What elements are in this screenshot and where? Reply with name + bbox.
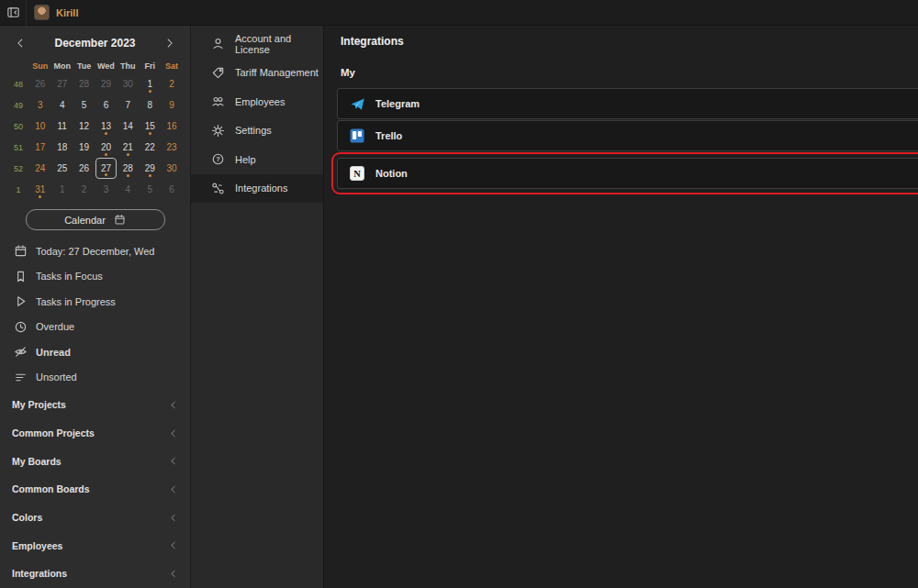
calendar-day-cell[interactable]: 30 (117, 73, 139, 94)
sidebar-quick-item[interactable]: Tasks in Progress (0, 289, 190, 315)
sidebar-quick-item[interactable]: Today: 27 December, Wed (0, 239, 190, 264)
sidebar-quick-item[interactable]: Tasks in Focus (0, 264, 190, 290)
calendar-day-cell[interactable]: 24 (29, 158, 51, 179)
calendar-day-cell[interactable]: 2 (161, 73, 183, 94)
calendar-day-cell[interactable]: 28 (73, 73, 95, 94)
sidebar-section[interactable]: My Boards (0, 447, 190, 475)
calendar-day-cell[interactable]: 49 (7, 94, 29, 116)
calendar-day-cell[interactable]: 3 (29, 94, 51, 116)
calendar-day-cell[interactable]: 1 (7, 179, 29, 200)
sidebar-section[interactable]: Employees (0, 531, 190, 560)
calendar-day-cell[interactable]: 48 (7, 73, 29, 94)
notion-icon: N (349, 165, 365, 182)
settings-menu-item[interactable]: Integrations (191, 174, 323, 204)
chevron-collapse-icon[interactable] (168, 540, 178, 550)
integrations-list: Telegram Trello N Notion (324, 88, 918, 189)
calendar-prev-month-button[interactable] (11, 35, 29, 51)
calendar-day-cell[interactable]: 52 (7, 158, 29, 179)
calendar-day-cell[interactable]: 22 (139, 137, 161, 158)
calendar-day-cell[interactable]: 15 (139, 116, 161, 137)
calendar-day-cell[interactable]: 21 (117, 137, 139, 158)
calendar-day-cell[interactable]: 50 (7, 116, 29, 137)
integration-row[interactable]: Trello (337, 120, 918, 151)
calendar-day-cell[interactable]: 23 (161, 137, 183, 158)
sidebar-quick-item[interactable]: Unread (0, 339, 190, 365)
calendar-day-cell[interactable]: 16 (161, 116, 183, 137)
chevron-collapse-icon[interactable] (168, 400, 178, 410)
calendar-day-cell[interactable]: 28 (117, 158, 139, 179)
integrations-icon (210, 181, 225, 195)
telegram-icon (349, 95, 365, 112)
calendar-day-cell[interactable]: 29 (95, 73, 118, 94)
settings-menu-item[interactable]: Tariff Management (191, 59, 323, 88)
sidebar-quick-item[interactable]: Overdue (0, 315, 190, 340)
calendar-day-cell[interactable]: 25 (51, 158, 73, 179)
chevron-collapse-icon[interactable] (168, 428, 178, 438)
calendar-day-cell[interactable]: 31 (29, 179, 51, 200)
calendar-day-cell[interactable]: 6 (161, 179, 183, 200)
calendar-day-cell[interactable]: 11 (51, 116, 73, 137)
calendar-day-cell[interactable]: 3 (95, 179, 118, 200)
calendar-day-cell[interactable]: 27 (95, 158, 118, 179)
sidebar-section[interactable]: Integrations (0, 560, 190, 588)
integration-row[interactable]: Telegram (337, 88, 918, 119)
weekday-label: Wed (95, 59, 118, 73)
sidebar-section-label: My Projects (12, 399, 66, 410)
calendar-day-cell[interactable]: 1 (51, 179, 73, 200)
user-avatar[interactable] (34, 5, 50, 20)
calendar-day-cell[interactable]: 6 (95, 94, 118, 116)
help-icon: ? (210, 152, 225, 167)
collapse-sidebar-button[interactable] (0, 0, 27, 26)
sidebar-quick-item-label: Unsorted (36, 372, 77, 383)
sidebar-quick-item[interactable]: Unsorted (0, 365, 190, 391)
today-icon (13, 244, 28, 259)
calendar-day-cell[interactable]: 20 (95, 137, 118, 158)
calendar-day-cell[interactable]: 8 (139, 94, 161, 116)
calendar-button[interactable]: Calendar (26, 209, 165, 230)
chevron-collapse-icon[interactable] (168, 456, 178, 466)
calendar-day-cell[interactable]: 2 (73, 179, 95, 200)
calendar-day-cell[interactable]: 27 (51, 73, 73, 94)
calendar-day-cell[interactable]: 18 (51, 137, 73, 158)
settings-menu-item[interactable]: ? Help (191, 145, 323, 174)
calendar-day-cell[interactable]: 26 (73, 158, 95, 179)
calendar-day-cell[interactable]: 4 (117, 179, 139, 200)
settings-menu-item[interactable]: Employees (191, 87, 323, 116)
calendar-next-month-button[interactable] (161, 35, 179, 51)
chevron-collapse-icon[interactable] (168, 513, 178, 523)
calendar-day-cell[interactable]: 17 (29, 137, 51, 158)
calendar-day-cell[interactable]: 4 (51, 94, 73, 116)
calendar-day-cell[interactable]: 13 (95, 116, 118, 137)
settings-menu-item-label: Settings (235, 125, 272, 136)
sidebar-section[interactable]: Common Boards (0, 475, 190, 504)
integration-row[interactable]: N Notion (337, 158, 918, 189)
calendar-day-cell[interactable]: 29 (139, 158, 161, 179)
integration-label: Notion (375, 168, 408, 179)
calendar-day-cell[interactable]: 26 (29, 73, 51, 94)
sidebar-section[interactable]: Colors (0, 504, 190, 532)
calendar-day-cell[interactable]: 30 (161, 158, 183, 179)
calendar-day-cell[interactable]: 19 (73, 137, 95, 158)
calendar-day-cell[interactable]: 12 (73, 116, 95, 137)
sidebar-section-label: Common Boards (12, 483, 90, 494)
chevron-left-icon (14, 37, 27, 50)
calendar-day-cell[interactable]: 14 (117, 116, 139, 137)
chevron-collapse-icon[interactable] (168, 484, 178, 494)
settings-menu-item[interactable]: Account and License (191, 29, 323, 59)
calendar-day-cell[interactable]: 1 (139, 73, 161, 94)
settings-menu-item-label: Help (235, 154, 256, 165)
calendar-day-cell[interactable]: 5 (139, 179, 161, 200)
sidebar-section[interactable]: My Projects (0, 391, 190, 419)
sidebar-section[interactable]: Common Projects (0, 419, 190, 448)
integration-label: Telegram (375, 98, 420, 109)
weekday-label: Tue (73, 59, 95, 73)
user-name[interactable]: Kirill (56, 7, 78, 18)
calendar-day-cell[interactable]: 10 (29, 116, 51, 137)
settings-menu-item[interactable]: Settings (191, 116, 323, 146)
calendar-day-cell[interactable]: 9 (161, 94, 183, 116)
chevron-collapse-icon[interactable] (168, 569, 178, 579)
calendar-day-cell[interactable]: 7 (117, 94, 139, 116)
calendar-day-cell[interactable]: 5 (73, 94, 95, 116)
settings-menu-item-label: Employees (235, 96, 285, 107)
calendar-day-cell[interactable]: 51 (7, 137, 29, 158)
